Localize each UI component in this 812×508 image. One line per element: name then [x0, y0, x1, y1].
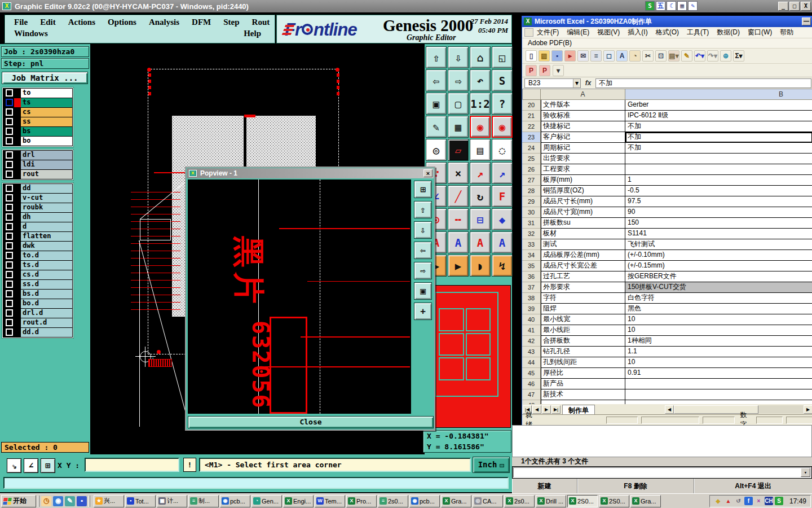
scroll-left-icon[interactable]: ◀	[665, 405, 674, 414]
cell-value[interactable]: 不加	[625, 143, 812, 154]
task-2s0-active[interactable]: X 2S0...	[567, 495, 598, 507]
layer-checkbox[interactable]	[6, 261, 13, 269]
cell-value[interactable]: 按GERBER文件	[625, 271, 812, 282]
pdf-convert-icon[interactable]: P	[526, 65, 537, 76]
cell-label[interactable]: 板材	[541, 229, 625, 239]
cell-label[interactable]: 文件版本	[541, 100, 625, 111]
layer-color-swatch[interactable]	[14, 117, 21, 126]
layer-color-swatch[interactable]	[14, 242, 21, 251]
cell-value[interactable]	[625, 154, 812, 164]
cell-label[interactable]: 合拼板数	[541, 336, 625, 347]
marker-a4-button[interactable]: A	[492, 231, 513, 253]
move-vector-button[interactable]: ↗	[492, 162, 513, 184]
layer-name[interactable]: bs	[21, 127, 72, 136]
layer-name[interactable]: rout	[21, 170, 72, 179]
layer-checkbox[interactable]	[6, 290, 13, 297]
excel-menu-item[interactable]: 文件(F)	[537, 28, 559, 37]
layer-checkbox[interactable]	[6, 252, 13, 259]
layer-checkbox[interactable]	[6, 185, 13, 192]
excel-menu-item[interactable]: 视图(V)	[597, 28, 620, 37]
task-gra-a[interactable]: X Gra...	[441, 495, 471, 507]
start-button[interactable]: 开始	[1, 495, 36, 507]
cell-value[interactable]: IPC-6012 Ⅱ级	[625, 111, 812, 121]
layer-color-swatch[interactable]	[14, 170, 21, 179]
row-header[interactable]: 22	[522, 121, 541, 132]
row-header[interactable]: 27	[522, 175, 541, 186]
to[interactable]: to	[3, 89, 72, 98]
tray-s-icon[interactable]: S	[775, 497, 783, 505]
popview-canvas[interactable]: 黑片 632056 2S	[188, 179, 411, 414]
layer-color-swatch[interactable]	[14, 309, 21, 318]
save-icon[interactable]: ▪	[551, 50, 563, 62]
format-painter-icon[interactable]: ✎	[681, 50, 692, 62]
row-header[interactable]: 38	[522, 293, 541, 304]
spelling-icon[interactable]: A	[616, 50, 628, 62]
popview-pan-left-button[interactable]: ⇦	[414, 242, 432, 259]
redo-icon[interactable]: ↷▾	[707, 50, 718, 62]
layer-color-swatch[interactable]	[14, 137, 21, 146]
cell-label[interactable]: 测试	[541, 239, 625, 250]
popview-pan-button[interactable]: +	[414, 303, 432, 320]
undo-icon[interactable]: ↶▾	[694, 50, 705, 62]
layer-name[interactable]: rout.d	[21, 318, 72, 327]
layer-checkbox[interactable]	[6, 309, 13, 317]
cell-label[interactable]: 孔到线间距	[541, 357, 625, 368]
cell-label[interactable]: 成品尺寸长(mm)	[541, 196, 625, 207]
layer-name[interactable]: bo.d	[21, 299, 72, 308]
layer-name[interactable]: drl	[21, 151, 72, 160]
layer-name[interactable]: flatten	[21, 232, 72, 241]
rout[interactable]: rout	[3, 170, 72, 179]
layer-checkbox[interactable]	[6, 118, 13, 125]
excel-menu-item[interactable]: 插入(I)	[628, 28, 647, 37]
measure-distance-button[interactable]: ⊟	[470, 208, 491, 230]
cell-value[interactable]: 不加	[625, 121, 812, 132]
layer-name[interactable]: roubk	[21, 203, 72, 212]
task-pcb-a[interactable]: ◉ pcb...	[220, 495, 250, 507]
task-ji[interactable]: ▦ 计...	[157, 495, 187, 507]
cell-value[interactable]: 白色字符	[625, 293, 812, 304]
popview-titlebar[interactable]: X Popview - 1 ×	[187, 168, 434, 178]
dd.d[interactable]: dd.d	[3, 328, 72, 337]
cs[interactable]: cs	[3, 108, 72, 117]
row-header[interactable]: 42	[522, 336, 541, 347]
job-matrix-button[interactable]: Job Matrix ...	[2, 72, 88, 84]
home-view-button[interactable]: ⌂	[470, 46, 491, 68]
dashed-segment-button[interactable]: ╍	[448, 208, 469, 230]
print-preview-icon[interactable]: ◻	[603, 50, 615, 62]
layer-checkbox[interactable]	[6, 128, 13, 135]
pdf-mail-icon[interactable]: P	[539, 65, 550, 76]
cs.d[interactable]: cs.d	[3, 270, 72, 279]
email-icon[interactable]: ✉	[577, 50, 589, 62]
menu-item[interactable]: Actions	[68, 17, 95, 27]
layer-name[interactable]: v-cut	[21, 194, 72, 203]
layer-color-swatch[interactable]	[14, 98, 21, 107]
excel-menu-item[interactable]: 格式(O)	[656, 28, 679, 37]
cell-label[interactable]: 拼板数su	[541, 218, 625, 229]
layer-color-swatch[interactable]	[14, 280, 21, 289]
column-header-b[interactable]: B	[625, 89, 812, 100]
cell-value[interactable]: 1种相同	[625, 336, 812, 347]
row-header[interactable]: 44	[522, 357, 541, 368]
popview-zoom-down-button[interactable]: ⇩	[414, 221, 432, 239]
task-ca[interactable]: ◎ CA...	[473, 495, 503, 507]
marker-a2-button[interactable]: A	[448, 231, 469, 253]
cell-value[interactable]: 10	[625, 357, 812, 368]
layer-checkbox[interactable]	[6, 242, 13, 249]
rout.d[interactable]: rout.d	[3, 318, 72, 327]
cell-value[interactable]: 90	[625, 207, 812, 218]
bo[interactable]: bo	[3, 137, 72, 146]
select-poly-button[interactable]: ◗	[470, 255, 491, 277]
row-header[interactable]: 39	[522, 304, 541, 314]
tray-f-icon[interactable]: f	[744, 497, 753, 505]
row-header[interactable]: 37	[522, 282, 541, 293]
rotate-arc-button[interactable]: ↻	[470, 185, 491, 207]
layer-name[interactable]: ts.d	[21, 261, 72, 270]
to.d[interactable]: to.d	[3, 251, 72, 260]
task-engi[interactable]: X Engi...	[283, 495, 314, 507]
sheet-tab[interactable]: 制作单	[562, 405, 595, 414]
excel-menu-item[interactable]: 数据(D)	[717, 28, 740, 37]
cut-icon[interactable]: ✂	[642, 50, 654, 62]
tray-sync-icon[interactable]: ↺	[734, 497, 743, 505]
copy-shapes-button[interactable]: ◆	[492, 208, 513, 230]
grid-toggle-button[interactable]: ▦	[448, 116, 469, 138]
